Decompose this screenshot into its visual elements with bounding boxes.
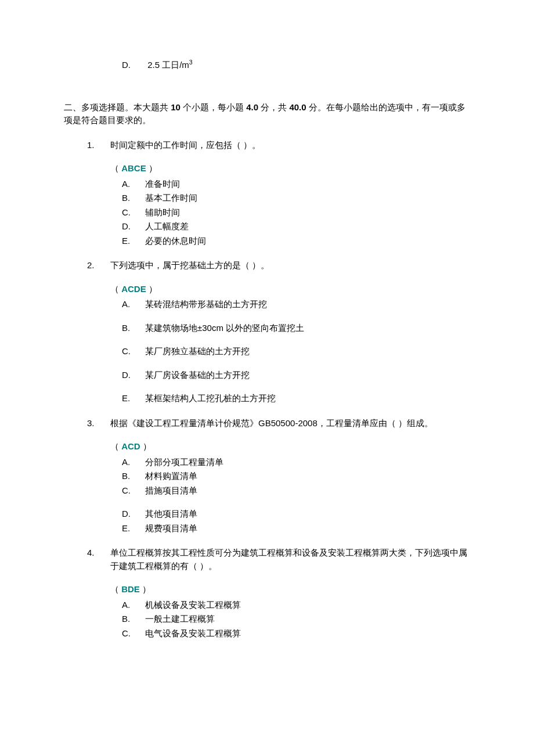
option-label: D. [122, 59, 145, 72]
option-line: A.准备时间 [122, 178, 470, 191]
option-text: 措施项目清单 [145, 485, 197, 495]
options: A.某砖混结构带形基础的土方开挖B.某建筑物场地±30cm 以外的竖向布置挖土C… [64, 298, 470, 405]
option-text: 基本工作时间 [145, 193, 197, 203]
option-label: A. [122, 298, 145, 311]
option-line: A.机械设备及安装工程概算 [122, 599, 470, 612]
option-line: D.某厂房设备基础的土方开挖 [122, 369, 470, 382]
option-text: 电气设备及安装工程概算 [145, 628, 241, 638]
option-text: 某建筑物场地±30cm 以外的竖向布置挖土 [145, 323, 304, 333]
option-label: D. [122, 507, 145, 521]
option-text: 某厂房设备基础的土方开挖 [145, 370, 250, 380]
option-text: 辅助时间 [145, 207, 180, 217]
option-line: C.措施项目清单 [122, 484, 470, 498]
option-text: 必要的休息时间 [145, 236, 206, 246]
options: A.准备时间B.基本工作时间C.辅助时间D.人工幅度差E.必要的休息时间 [64, 178, 470, 248]
option-text: 材料购置清单 [145, 471, 197, 481]
option-line: B.某建筑物场地±30cm 以外的竖向布置挖土 [122, 322, 470, 335]
options: A.分部分项工程量清单B.材料购置清单C.措施项目清单D.其他项目清单E.规费项… [64, 456, 470, 535]
question-text: 下列选项中，属于挖基础土方的是（ ）。 [110, 259, 470, 272]
answer-value: ACDE [121, 284, 146, 294]
option-label: C. [122, 345, 145, 358]
option-text: 其他项目清单 [145, 509, 197, 519]
option-line: D.人工幅度差 [122, 220, 470, 233]
answer-value: ACD [121, 441, 140, 451]
answer-line: （ BDE ） [110, 583, 470, 596]
option-text: 某框架结构人工挖孔桩的土方开挖 [145, 393, 276, 403]
options: A.机械设备及安装工程概算B.一般土建工程概算C.电气设备及安装工程概算 [64, 599, 470, 640]
option-text: 准备时间 [145, 179, 180, 189]
question-number: 4. [87, 546, 110, 573]
option-label: B. [122, 470, 145, 483]
option-label: C. [122, 627, 145, 640]
answer-line: （ ACDE ） [110, 283, 470, 296]
question-text: 时间定额中的工作时间，应包括（ ）。 [110, 139, 470, 152]
section-2-header: 二、多项选择题。本大题共 10 个小题，每小题 4.0 分，共 40.0 分。在… [64, 101, 470, 127]
answer-line: （ ABCE ） [110, 162, 470, 175]
answer-value: ABCE [121, 163, 146, 173]
option-line: B.一般土建工程概算 [122, 613, 470, 626]
option-label: B. [122, 192, 145, 205]
questions-container: 1.时间定额中的工作时间，应包括（ ）。（ ABCE ）A.准备时间B.基本工作… [64, 139, 470, 640]
option-text: 规费项目清单 [145, 523, 197, 533]
option-text: 机械设备及安装工程概算 [145, 600, 241, 610]
option-label: B. [122, 613, 145, 626]
question-text: 单位工程概算按其工程性质可分为建筑工程概算和设备及安装工程概算两大类，下列选项中… [110, 546, 470, 573]
option-label: E. [122, 235, 145, 248]
option-text: 分部分项工程量清单 [145, 457, 223, 467]
option-label: C. [122, 484, 145, 498]
answer-value: BDE [121, 584, 140, 594]
option-label: B. [122, 322, 145, 335]
option-line: C.辅助时间 [122, 206, 470, 219]
option-line: A.分部分项工程量清单 [122, 456, 470, 469]
question-3: 3.根据《建设工程工程量清单计价规范》GB50500-2008，工程量清单应由（… [87, 417, 470, 430]
option-label: E. [122, 522, 145, 535]
question-number: 2. [87, 259, 110, 272]
question-number: 1. [87, 139, 110, 152]
answer-line: （ ACD ） [110, 440, 470, 453]
option-line: E.必要的休息时间 [122, 235, 470, 248]
option-label: A. [122, 599, 145, 612]
option-label: A. [122, 456, 145, 469]
option-label: A. [122, 178, 145, 191]
question-4: 4.单位工程概算按其工程性质可分为建筑工程概算和设备及安装工程概算两大类，下列选… [87, 546, 470, 573]
option-label: C. [122, 206, 145, 219]
question-text: 根据《建设工程工程量清单计价规范》GB50500-2008，工程量清单应由（ ）… [110, 417, 470, 430]
question-1: 1.时间定额中的工作时间，应包括（ ）。 [87, 139, 470, 152]
option-line: B.材料购置清单 [122, 470, 470, 483]
option-text: 一般土建工程概算 [145, 614, 215, 624]
option-label: D. [122, 220, 145, 233]
option-label: E. [122, 392, 145, 405]
option-line: E.某框架结构人工挖孔桩的土方开挖 [122, 392, 470, 405]
option-line: C.电气设备及安装工程概算 [122, 627, 470, 640]
question-number: 3. [87, 417, 110, 430]
question-2: 2.下列选项中，属于挖基础土方的是（ ）。 [87, 259, 470, 272]
option-line: C.某厂房独立基础的土方开挖 [122, 345, 470, 358]
option-text: 某厂房独立基础的土方开挖 [145, 346, 250, 356]
option-line: A.某砖混结构带形基础的土方开挖 [122, 298, 470, 311]
option-line: D.其他项目清单 [122, 507, 470, 521]
option-text: 人工幅度差 [145, 221, 189, 231]
option-line: B.基本工作时间 [122, 192, 470, 205]
option-label: D. [122, 369, 145, 382]
option-line: E.规费项目清单 [122, 522, 470, 535]
option-text: 2.5 工日/m3 [147, 60, 193, 70]
option-text: 某砖混结构带形基础的土方开挖 [145, 299, 267, 309]
prev-option-d: D. 2.5 工日/m3 [122, 58, 470, 72]
